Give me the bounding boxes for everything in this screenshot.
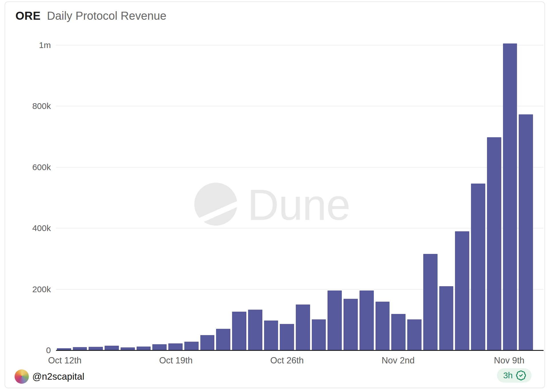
bar[interactable] (376, 302, 390, 350)
y-tick-label: 1m (39, 41, 51, 49)
last-updated-time: 3h (503, 371, 513, 380)
y-tick-label: 600k (32, 163, 51, 172)
bar[interactable] (184, 342, 199, 350)
x-axis-line (56, 350, 544, 351)
y-tick-label: 0 (46, 346, 51, 355)
bar[interactable] (280, 324, 294, 350)
x-tick-label: Nov 9th (494, 355, 524, 366)
dune-chart-embed: ORE Daily Protocol Revenue Dune 0200k400… (0, 0, 549, 392)
y-axis-labels: 0200k400k600k800k1m (5, 31, 51, 350)
bar[interactable] (232, 312, 246, 350)
bar[interactable] (200, 335, 215, 350)
bar[interactable] (296, 305, 310, 350)
chart-card: ORE Daily Protocol Revenue Dune 0200k400… (5, 1, 545, 388)
bar[interactable] (152, 344, 167, 350)
bars-container (57, 30, 533, 350)
x-tick-label: Nov 2nd (382, 355, 414, 366)
last-updated-badge: 3h (497, 368, 532, 383)
author-link[interactable]: @n2scapital (15, 369, 84, 384)
avatar (15, 369, 29, 384)
x-axis-labels: Oct 12thOct 19thOct 26thNov 2ndNov 9th (57, 355, 533, 367)
y-tick-label: 200k (32, 285, 51, 294)
bar[interactable] (503, 43, 517, 350)
bar[interactable] (121, 347, 135, 350)
bar[interactable] (168, 343, 183, 350)
y-tick-label: 400k (32, 224, 51, 232)
bar[interactable] (407, 319, 422, 350)
bar[interactable] (487, 137, 501, 350)
token-name: ORE (15, 9, 41, 22)
x-tick-label: Oct 12th (48, 355, 81, 366)
author-handle: @n2scapital (32, 371, 84, 382)
bar[interactable] (312, 319, 326, 350)
chart-header: ORE Daily Protocol Revenue (15, 9, 166, 22)
bar[interactable] (137, 347, 151, 350)
bar[interactable] (519, 114, 533, 350)
bar[interactable] (423, 254, 438, 350)
verified-check-icon (516, 370, 526, 381)
bar[interactable] (344, 299, 358, 350)
bar[interactable] (471, 184, 485, 350)
bar[interactable] (439, 286, 454, 350)
bar[interactable] (360, 290, 374, 350)
bar[interactable] (264, 321, 278, 350)
bar[interactable] (455, 231, 469, 350)
x-tick-label: Oct 19th (159, 355, 193, 366)
page-title: Daily Protocol Revenue (47, 9, 166, 22)
bar[interactable] (89, 347, 103, 350)
bar[interactable] (328, 290, 342, 350)
bar[interactable] (391, 314, 406, 350)
bar[interactable] (105, 346, 119, 350)
x-tick-label: Oct 26th (270, 355, 304, 366)
y-tick-label: 800k (32, 102, 51, 110)
bar[interactable] (248, 310, 262, 350)
bar[interactable] (73, 347, 87, 350)
plot-area (56, 31, 544, 350)
bar[interactable] (216, 329, 230, 350)
